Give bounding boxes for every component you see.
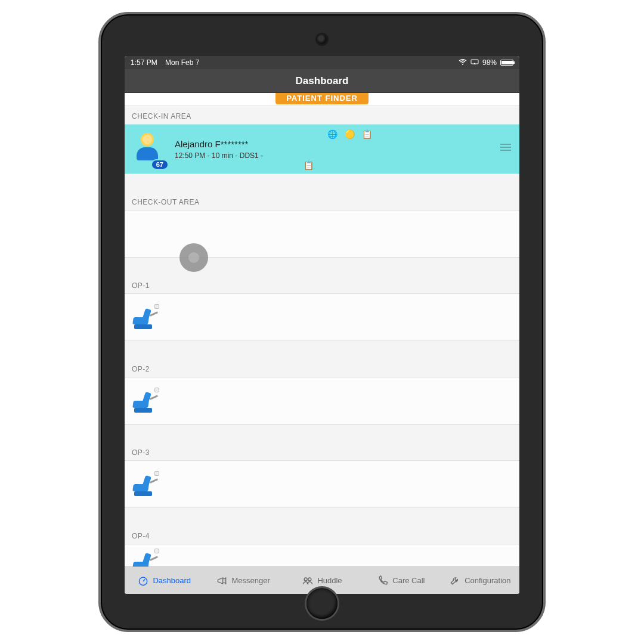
patient-card[interactable]: 67 Alejandro F******** 12:50 PM - 10 min… bbox=[125, 124, 519, 174]
section-header-op3: OP-3 bbox=[125, 442, 519, 460]
ipad-frame: 1:57 PM Mon Feb 7 98% Dashboard PATIENT … bbox=[98, 12, 546, 632]
wifi-icon bbox=[459, 58, 467, 67]
op2-slot[interactable] bbox=[125, 377, 519, 425]
dental-chair-icon bbox=[131, 386, 159, 415]
patient-finder-button[interactable]: PATIENT FINDER bbox=[275, 93, 369, 104]
op4-slot[interactable] bbox=[125, 544, 519, 566]
patient-status-icons: 🌐 🟡 📋 bbox=[327, 129, 374, 139]
tab-label: Care Call bbox=[392, 576, 425, 585]
battery-icon bbox=[500, 60, 513, 66]
drag-handle-icon[interactable] bbox=[500, 144, 511, 151]
finder-row: PATIENT FINDER bbox=[125, 93, 519, 106]
dental-chair-icon bbox=[131, 303, 159, 332]
megaphone-icon bbox=[216, 575, 228, 587]
svg-point-3 bbox=[305, 578, 308, 581]
svg-point-4 bbox=[308, 578, 311, 581]
tab-configuration[interactable]: Configuration bbox=[441, 567, 519, 594]
home-button[interactable] bbox=[306, 588, 338, 619]
section-header-checkin: CHECK-IN AREA bbox=[125, 106, 519, 124]
patient-detail: 12:50 PM - 10 min - DDS1 - bbox=[175, 151, 263, 160]
tab-carecall[interactable]: Care Call bbox=[361, 567, 440, 594]
tab-label: Huddle bbox=[317, 576, 342, 585]
patient-avatar: 67 bbox=[132, 132, 166, 166]
battery-percent: 98% bbox=[482, 58, 497, 67]
tab-label: Configuration bbox=[465, 576, 510, 585]
patient-name: Alejandro F******** bbox=[175, 139, 263, 149]
tab-label: Messenger bbox=[231, 576, 270, 585]
section-header-op2: OP-2 bbox=[125, 359, 519, 377]
op3-slot[interactable] bbox=[125, 460, 519, 508]
tab-dashboard[interactable]: Dashboard bbox=[125, 567, 203, 594]
svg-point-2 bbox=[140, 577, 147, 585]
page-title: Dashboard bbox=[296, 75, 349, 87]
dental-chair-icon bbox=[131, 470, 159, 499]
dental-chair-icon bbox=[131, 547, 159, 566]
section-header-op4: OP-4 bbox=[125, 526, 519, 544]
status-bar: 1:57 PM Mon Feb 7 98% bbox=[125, 56, 519, 69]
section-header-checkout: CHECK-OUT AREA bbox=[125, 192, 519, 210]
nav-bar: Dashboard bbox=[125, 69, 519, 93]
screen: 1:57 PM Mon Feb 7 98% Dashboard PATIENT … bbox=[125, 56, 519, 594]
patient-badge: 67 bbox=[151, 159, 169, 170]
clipboard-icon[interactable]: 📋 bbox=[304, 160, 314, 170]
section-header-op1: OP-1 bbox=[125, 275, 519, 293]
wrench-icon bbox=[449, 575, 461, 587]
phone-icon bbox=[377, 575, 389, 587]
gauge-icon bbox=[137, 575, 149, 587]
tab-label: Dashboard bbox=[153, 576, 191, 585]
tab-messenger[interactable]: Messenger bbox=[203, 567, 282, 594]
assistive-touch-button[interactable] bbox=[179, 243, 208, 272]
content-scroll[interactable]: CHECK-IN AREA 67 Alejandro F******** 12:… bbox=[125, 106, 519, 566]
status-date: Mon Feb 7 bbox=[165, 58, 199, 67]
status-time: 1:57 PM bbox=[131, 58, 157, 67]
device-camera bbox=[317, 35, 327, 44]
airplay-icon bbox=[470, 58, 479, 67]
op1-slot[interactable] bbox=[125, 293, 519, 341]
svg-point-0 bbox=[462, 64, 463, 65]
group-icon bbox=[302, 575, 314, 587]
